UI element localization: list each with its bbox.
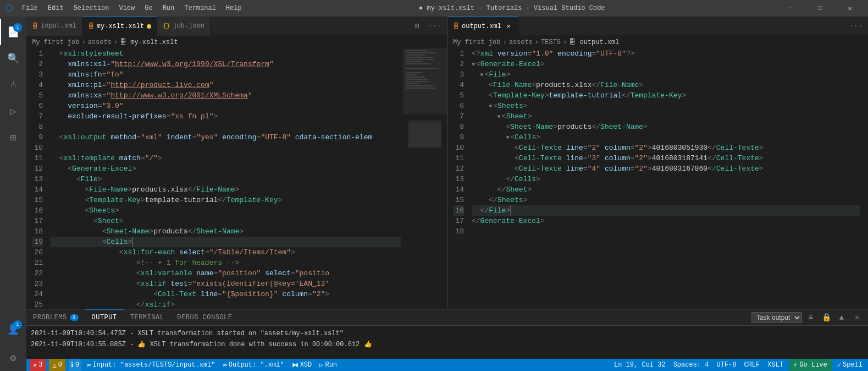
close-tab-button[interactable]: ✕ (504, 22, 513, 31)
code-line-25: </xsl:if> (51, 299, 401, 309)
panel-lock-button[interactable]: 🔒 (820, 311, 833, 324)
menu-file[interactable]: File (18, 3, 42, 13)
status-ln-col[interactable]: Ln 19, Col 32 (612, 359, 668, 371)
right-tabs-actions: ··· (848, 18, 868, 34)
breadcrumb-assets[interactable]: assets (88, 39, 112, 46)
panel-layout-button[interactable]: ≡ (804, 311, 817, 324)
menu-edit[interactable]: Edit (43, 3, 68, 13)
output-line-2: 2021-11-09T10:40:55.085Z - 👍 XSLT transf… (31, 339, 864, 350)
r-code-line-5: <Template-Key>template-tutorial</Templat… (472, 90, 860, 101)
right-code-editor[interactable]: 12345 678910 1112131415 161718 <?xml ver… (447, 48, 868, 309)
close-button[interactable]: ✕ (837, 0, 863, 17)
activity-bar: 📄 1 🔍 ⑃ ▷ ⊞ 👤 1 ⚙ (0, 17, 26, 371)
code-line-2: xmlns:xsl="http://www.w3.org/1999/XSL/Tr… (51, 59, 401, 69)
panel-maximize-button[interactable]: ▲ (835, 311, 848, 324)
status-run[interactable]: ▷ Run (317, 359, 339, 371)
go-live-button[interactable]: ⚡ Go Live (789, 359, 832, 371)
status-errors[interactable]: ✕ 3 (30, 359, 46, 371)
status-lang[interactable]: XSLT (765, 359, 786, 371)
right-tabs-bar: 🗄 output.xml ✕ ··· (447, 17, 868, 36)
menu-view[interactable]: View (114, 3, 139, 13)
status-output[interactable]: ⇌ Output: ".xml" (221, 359, 286, 371)
r-code-line-8: <Sheet-Name>products</Sheet-Name> (472, 122, 860, 132)
panel-tab-terminal[interactable]: TERMINAL (124, 309, 171, 326)
status-warnings[interactable]: △ 0 (49, 359, 65, 371)
status-info[interactable]: ℹ 0 (69, 359, 81, 371)
minimize-button[interactable]: ─ (778, 0, 803, 17)
r-code-line-9: ▼<Cells> (472, 132, 860, 143)
settings-gear-icon: ⚙ (10, 352, 16, 364)
right-breadcrumb-assets[interactable]: assets (509, 39, 533, 46)
status-input[interactable]: ⇌ Input: "assets/TESTS/input.xml" (85, 359, 217, 371)
code-line-18: <Sheet-Name>products</Sheet-Name> (51, 226, 401, 237)
error-icon: ✕ (33, 361, 37, 369)
json-file-icon: {} (163, 23, 170, 29)
extensions-icon: ⊞ (10, 132, 16, 144)
editor-area: 🗄 input.xml 🗄 my-xslt.xslt {} job.json ⊞ (26, 17, 868, 371)
tab-input-xml[interactable]: 🗄 input.xml (26, 17, 82, 36)
activity-accounts[interactable]: 👤 1 (0, 316, 26, 342)
spaces-text: Spaces: 4 (673, 361, 709, 369)
xslt-file-icon: 🗄 (88, 23, 94, 30)
r-code-line-1: <?xml version="1.0" encoding="UTF-8"?> (472, 48, 860, 59)
menu-selection[interactable]: Selection (69, 3, 114, 13)
menu-run[interactable]: Run (158, 3, 179, 13)
activity-explorer[interactable]: 📄 1 (0, 19, 26, 45)
panel-tab-output[interactable]: OUTPUT (85, 309, 124, 326)
maximize-button[interactable]: □ (808, 0, 833, 17)
menu-go[interactable]: Go (140, 3, 157, 13)
right-scrollbar[interactable] (863, 48, 868, 309)
right-editor-pane: 🗄 output.xml ✕ ··· My first job › assets… (447, 17, 868, 309)
panel-output-content: 2021-11-09T10:40:54.473Z - XSLT transfor… (26, 326, 868, 359)
search-icon: 🔍 (7, 52, 19, 64)
code-line-11: <xsl:template match="/"> (51, 153, 401, 163)
code-line-8 (51, 122, 401, 132)
go-live-label: Go Live (799, 361, 827, 369)
code-line-15: <Template-Key>template-tutorial</Templat… (51, 195, 401, 205)
activity-source-control[interactable]: ⑃ (0, 72, 26, 98)
status-spell[interactable]: ✓ Spell (835, 359, 865, 371)
r-code-line-15: </Sheets> (472, 195, 860, 205)
activity-settings[interactable]: ⚙ (0, 345, 26, 371)
encoding-text: UTF-8 (716, 361, 736, 369)
menu-help[interactable]: Help (222, 3, 246, 13)
status-left: ✕ 3 △ 0 ℹ 0 ⇌ Input: "assets/TESTS/input… (30, 359, 339, 371)
panel-tab-problems[interactable]: PROBLEMS3 (26, 309, 85, 326)
breadcrumb-file[interactable]: 🗄 my-xslt.xslt (120, 38, 178, 46)
panel-tab-debug-console[interactable]: DEBUG CONSOLE (170, 309, 239, 326)
panel: PROBLEMS3 OUTPUT TERMINAL DEBUG CONSOLE … (26, 309, 868, 359)
more-tabs-button[interactable]: ··· (427, 18, 443, 34)
code-line-6: version="3.0" (51, 101, 401, 111)
code-line-17: <Sheet> (51, 216, 401, 226)
status-xsd[interactable]: ⧓ XSD (290, 359, 314, 371)
breadcrumb-job[interactable]: My first job (32, 39, 79, 46)
menu-terminal[interactable]: Terminal (180, 3, 220, 13)
r-code-line-14: </Sheet> (472, 184, 860, 195)
right-breadcrumb-file[interactable]: 🗄 output.xml (569, 38, 619, 46)
split-editor-button[interactable]: ⊞ (410, 18, 425, 34)
task-output-select[interactable]: Task output (751, 312, 802, 323)
right-breadcrumb-job[interactable]: My first job (453, 39, 500, 46)
tab-output-xml[interactable]: 🗄 output.xml ✕ (447, 17, 519, 36)
tab-job-json[interactable]: {} job.json (157, 17, 211, 36)
status-encoding[interactable]: UTF-8 (714, 359, 738, 371)
source-control-icon: ⑃ (10, 79, 16, 90)
activity-search[interactable]: 🔍 (0, 45, 26, 72)
right-breadcrumb-tests[interactable]: TESTS (541, 39, 561, 46)
tab-my-xslt[interactable]: 🗄 my-xslt.xslt (82, 17, 157, 36)
activity-extensions[interactable]: ⊞ (0, 124, 26, 151)
right-code-lines: <?xml version="1.0" encoding="UTF-8"?> ▼… (469, 48, 863, 309)
panel-tabs: PROBLEMS3 OUTPUT TERMINAL DEBUG CONSOLE … (26, 309, 868, 326)
status-eol[interactable]: CRLF (742, 359, 762, 371)
activity-run[interactable]: ▷ (0, 98, 26, 124)
left-code-editor[interactable]: 12345 678910 1112131415 1617181920 21222… (26, 48, 447, 309)
info-count: 0 (75, 361, 79, 369)
xml-file-icon: 🗄 (32, 23, 38, 30)
r-code-line-2: ▼<Generate-Excel> (472, 59, 860, 69)
status-spaces[interactable]: Spaces: 4 (671, 359, 711, 371)
tab-modified-indicator (147, 24, 151, 29)
panel-close-button[interactable]: ✕ (850, 311, 864, 324)
right-more-actions-button[interactable]: ··· (848, 18, 864, 34)
eol-text: CRLF (744, 361, 760, 369)
r-code-line-12: <Cell-Texte line="4" column="2">40168031… (472, 163, 860, 174)
